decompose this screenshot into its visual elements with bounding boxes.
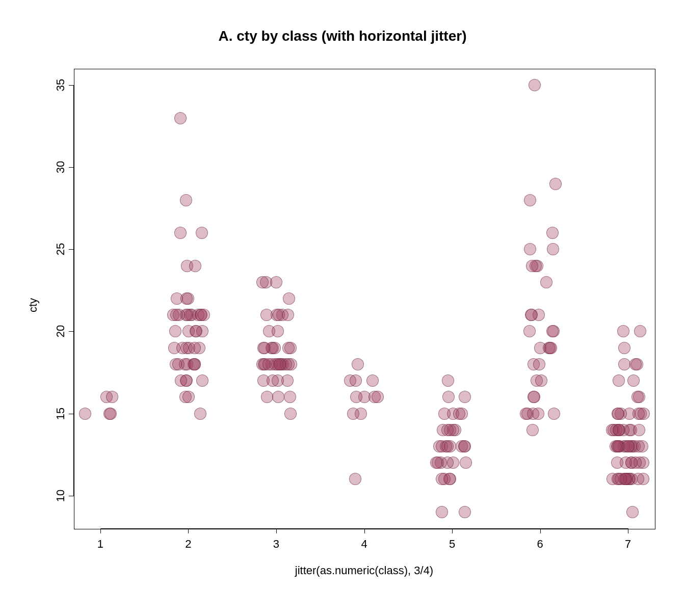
x-tick-label: 5 [449, 538, 455, 551]
data-point [366, 374, 379, 387]
data-point [459, 506, 471, 518]
y-tick-label: 35 [54, 79, 67, 91]
data-point [631, 391, 644, 403]
data-point [540, 276, 552, 288]
data-point [459, 440, 471, 452]
data-point [546, 227, 559, 239]
y-tick-label: 25 [54, 243, 67, 255]
data-point [615, 473, 627, 485]
data-point [526, 260, 538, 272]
data-point [174, 112, 187, 124]
data-point [636, 440, 648, 452]
chart-title: A. cty by class (with horizontal jitter) [0, 28, 685, 44]
data-point [626, 506, 639, 518]
data-point [549, 178, 562, 190]
data-point [612, 408, 624, 420]
x-tick [188, 528, 189, 533]
data-point [525, 309, 538, 321]
data-point [633, 408, 645, 420]
y-tick-label: 15 [54, 407, 67, 419]
data-point [190, 325, 202, 337]
data-point [350, 374, 362, 387]
y-tick-label: 20 [54, 325, 67, 337]
data-point [282, 309, 294, 321]
x-tick [628, 528, 628, 533]
data-point [606, 424, 618, 436]
x-tick-label: 2 [185, 538, 191, 551]
data-point [622, 440, 634, 452]
x-tick [364, 528, 365, 533]
data-point [269, 342, 281, 354]
data-point [533, 358, 545, 370]
x-tick [100, 528, 101, 533]
data-point [175, 374, 187, 387]
data-point [524, 243, 536, 255]
data-point [169, 325, 181, 337]
data-point [281, 374, 294, 387]
data-point [532, 408, 544, 420]
data-point [182, 391, 195, 403]
data-point [350, 391, 362, 403]
data-point [620, 457, 632, 469]
data-point [456, 408, 468, 420]
data-point [442, 374, 454, 387]
y-axis-label: cty [27, 290, 40, 320]
data-point [520, 408, 532, 420]
data-point [174, 227, 187, 239]
data-point [189, 260, 201, 272]
data-point [176, 342, 189, 354]
data-point [270, 276, 282, 288]
data-point [170, 309, 182, 321]
data-point [535, 374, 547, 387]
data-point [529, 79, 541, 91]
data-point [352, 358, 364, 370]
data-point [372, 391, 384, 403]
y-tick-label: 30 [54, 161, 67, 173]
data-point [104, 408, 117, 420]
data-point [548, 408, 560, 420]
data-point [267, 374, 279, 387]
data-point [189, 358, 201, 370]
data-point [633, 424, 645, 436]
y-tick [69, 249, 74, 250]
data-point [198, 309, 210, 321]
x-tick-label: 3 [273, 538, 279, 551]
data-point [194, 408, 206, 420]
data-point [260, 309, 273, 321]
data-point [617, 325, 629, 337]
x-tick-label: 1 [97, 538, 103, 551]
data-point [442, 391, 455, 403]
x-tick [452, 528, 453, 533]
data-point [632, 473, 644, 485]
data-point [189, 342, 201, 354]
data-point [634, 325, 646, 337]
data-point [618, 342, 630, 354]
data-point [441, 440, 454, 452]
y-tick [69, 331, 74, 332]
data-point [441, 424, 454, 436]
y-tick-label: 10 [54, 489, 67, 501]
y-tick [69, 414, 74, 414]
data-point [523, 325, 536, 337]
x-tick-label: 7 [625, 538, 631, 551]
x-tick [276, 528, 277, 533]
data-point [284, 408, 297, 420]
chart-container: A. cty by class (with horizontal jitter)… [0, 0, 685, 616]
data-point [629, 358, 642, 370]
data-point [106, 391, 118, 403]
data-point [274, 358, 286, 370]
data-point [528, 391, 540, 403]
data-point [272, 391, 284, 403]
x-tick-label: 6 [537, 538, 543, 551]
data-point [438, 408, 451, 420]
data-point [524, 194, 536, 206]
data-point [546, 325, 559, 337]
data-point [196, 374, 208, 387]
data-point [172, 358, 185, 370]
data-point [284, 391, 296, 403]
data-point [256, 276, 269, 288]
data-point [545, 342, 557, 354]
data-point [627, 374, 640, 387]
data-point [430, 457, 442, 469]
data-point [526, 424, 539, 436]
